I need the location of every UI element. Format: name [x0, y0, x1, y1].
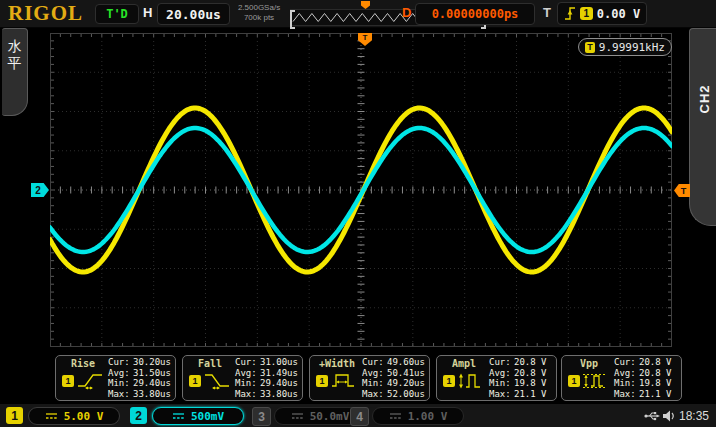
- preview-trigger-marker-icon[interactable]: [361, 1, 370, 9]
- measurement-min: 29.40us: [133, 378, 171, 389]
- horizontal-label: H: [143, 5, 152, 20]
- row-label: Avg:: [235, 368, 260, 379]
- trigger-label: T: [543, 5, 551, 20]
- row-label: Min:: [362, 378, 387, 389]
- row-label: Cur:: [362, 357, 387, 368]
- trigger-level-readout: 0.00 V: [597, 7, 640, 21]
- preview-window-left-bracket-icon: [290, 10, 295, 29]
- speaker-icon: [663, 410, 676, 422]
- channel-3-button[interactable]: 3: [252, 407, 271, 426]
- measurement-box-pwidth[interactable]: +Width 1 Cur:49.60us Avg:50.41us Min:49.…: [309, 355, 430, 401]
- waveform-display: [50, 33, 672, 347]
- measurement-box-ampl[interactable]: Ampl 1 Cur:20.8 V Avg:20.8 V Min:19.8 V …: [436, 355, 557, 401]
- delay-readout[interactable]: 0.00000000ps: [415, 3, 535, 25]
- row-label: Max:: [108, 389, 133, 400]
- channel-1-button[interactable]: 1: [6, 407, 23, 424]
- measurement-cur: 30.20us: [133, 357, 171, 368]
- row-label: Avg:: [362, 368, 387, 379]
- row-label: Max:: [489, 389, 514, 400]
- measurement-max: 33.80us: [133, 389, 171, 400]
- measurement-name: Vpp: [580, 357, 598, 370]
- trigger-status-indicator: T'D: [95, 4, 139, 24]
- measurement-name: +Width: [319, 357, 355, 370]
- channel-2-scale: 500mV: [191, 410, 224, 423]
- row-label: Avg:: [614, 368, 639, 379]
- timebase-readout[interactable]: 20.00us: [157, 3, 230, 25]
- channel-status-bar: 1 5.00 V 2 500mV 3 50.0mV 4: [0, 403, 716, 427]
- row-label: Max:: [362, 389, 387, 400]
- row-label: Avg:: [489, 368, 514, 379]
- brand-logo: RIGOL: [8, 1, 83, 26]
- row-label: Min:: [108, 378, 133, 389]
- dc-coupling-icon: [389, 412, 402, 420]
- channel-4-button[interactable]: 4: [350, 407, 369, 426]
- row-label: Min:: [489, 378, 514, 389]
- measurement-name: Rise: [71, 357, 95, 370]
- row-label: Cur:: [614, 357, 639, 368]
- oscilloscope-screen: RIGOL T'D H 20.00us 2.500GSa/s 700k pts …: [0, 0, 716, 427]
- tab-ch2-menu[interactable]: CH2: [689, 28, 716, 226]
- trigger-settings-readout[interactable]: 1 0.00 V: [557, 2, 647, 25]
- rise-time-icon: [76, 372, 104, 390]
- measurement-max: 21.1 V: [514, 389, 547, 400]
- trigger-source-channel-badge: 1: [580, 7, 593, 20]
- measurement-box-vpp[interactable]: Vpp 1 Cur:20.8 V Avg:20.8 V Min:19.8 V M…: [561, 355, 682, 401]
- measurement-avg: 20.8 V: [639, 368, 672, 379]
- acquisition-info: 2.500GSa/s 700k pts: [230, 3, 288, 23]
- measurement-max: 21.1 V: [639, 389, 672, 400]
- dc-coupling-icon: [172, 412, 185, 420]
- ch2-position-marker[interactable]: 2: [31, 183, 49, 197]
- measurement-cur: 20.8 V: [639, 357, 672, 368]
- tab-ch2-label: CH2: [696, 84, 711, 113]
- measurement-name: Ampl: [452, 357, 476, 370]
- delay-label: D: [402, 5, 411, 20]
- measurement-min: 49.20us: [387, 378, 425, 389]
- channel-1-scale-readout[interactable]: 5.00 V: [28, 407, 120, 425]
- measurement-name: Fall: [198, 357, 222, 370]
- measurement-cur: 49.60us: [387, 357, 425, 368]
- channel-1-scale: 5.00 V: [64, 410, 104, 423]
- measurement-cur: 20.8 V: [514, 357, 547, 368]
- sample-rate: 2.500GSa/s: [238, 3, 280, 12]
- measurement-cur: 31.00us: [260, 357, 298, 368]
- pos-width-icon: [330, 372, 358, 390]
- header-bar: RIGOL T'D H 20.00us 2.500GSa/s 700k pts …: [0, 0, 716, 28]
- channel-1-badge: 1: [62, 375, 74, 387]
- row-label: Min:: [235, 378, 260, 389]
- row-label: Cur:: [489, 357, 514, 368]
- channel-1-badge: 1: [189, 375, 201, 387]
- memory-depth: 700k pts: [244, 13, 274, 22]
- measurement-min: 29.40us: [260, 378, 298, 389]
- channel-4-scale-readout[interactable]: 1.00 V: [372, 407, 464, 425]
- measurement-avg: 31.49us: [260, 368, 298, 379]
- channel-4-scale: 1.00 V: [408, 410, 448, 423]
- measurement-min: 19.8 V: [514, 378, 547, 389]
- row-label: Min:: [614, 378, 639, 389]
- frequency-counter-value: 9.99991kHz: [599, 41, 665, 54]
- measurement-avg: 31.50us: [133, 368, 171, 379]
- frequency-counter-badge: T 9.99991kHz: [578, 38, 672, 56]
- measurement-max: 33.80us: [260, 389, 298, 400]
- usb-icon: [644, 410, 660, 422]
- row-label: Cur:: [235, 357, 260, 368]
- channel-1-badge: 1: [316, 375, 328, 387]
- channel-2-button[interactable]: 2: [130, 407, 147, 424]
- vpp-icon: [582, 372, 610, 390]
- measurement-box-rise[interactable]: Rise 1 Cur:30.20us Avg:31.50us Min:29.40…: [55, 355, 176, 401]
- row-label: Max:: [235, 389, 260, 400]
- dc-coupling-icon: [291, 412, 304, 420]
- row-label: Max:: [614, 389, 639, 400]
- measurement-avg: 50.41us: [387, 368, 425, 379]
- amplitude-icon: [457, 372, 485, 390]
- measurement-min: 19.8 V: [639, 378, 672, 389]
- tab-horizontal-menu[interactable]: 水 平: [2, 28, 28, 116]
- graticule-area: [50, 33, 672, 347]
- row-label: Cur:: [108, 357, 133, 368]
- row-label: Avg:: [108, 368, 133, 379]
- measurement-box-fall[interactable]: Fall 1 Cur:31.00us Avg:31.49us Min:29.40…: [182, 355, 303, 401]
- measurement-avg: 20.8 V: [514, 368, 547, 379]
- measurement-max: 52.00us: [387, 389, 425, 400]
- channel-2-scale-readout[interactable]: 500mV: [152, 407, 244, 425]
- channel-1-badge: 1: [443, 375, 455, 387]
- trigger-level-marker[interactable]: T: [674, 184, 690, 197]
